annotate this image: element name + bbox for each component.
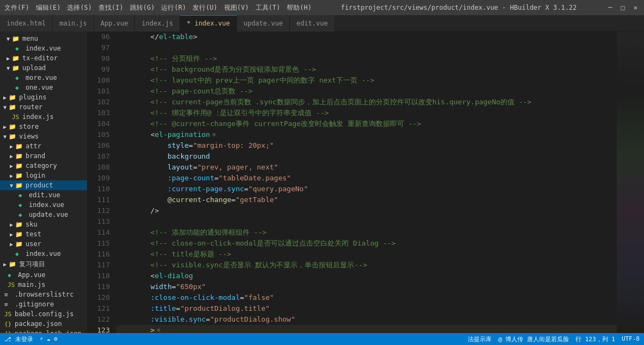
sidebar-item-gitignore[interactable]: ≡ .gitignore xyxy=(0,299,87,309)
menu-help[interactable]: 帮助(H) xyxy=(287,3,312,12)
sidebar-item-user[interactable]: ▶ 📁 user xyxy=(0,239,87,249)
line-num-118: 118 xyxy=(87,271,110,281)
sidebar-label: main.js xyxy=(18,281,46,288)
menu-bar-items[interactable]: 文件(F) 编辑(E) 选择(S) 查找(I) 跳转(G) 运行(R) 发行(U… xyxy=(4,3,312,12)
code-line-101: <!-- page-count总页数 --> xyxy=(116,86,617,97)
vue-file-icon: ◆ xyxy=(8,272,16,279)
line-num-114: 114 xyxy=(87,227,110,238)
sidebar-item-tx-editor[interactable]: ▶ 📁 tx-editor xyxy=(0,53,87,63)
tab-app-vue[interactable]: App.vue xyxy=(94,15,135,32)
sidebar-label: babel.config.js xyxy=(15,310,73,318)
sidebar-item-more-vue[interactable]: ◆ more.vue xyxy=(0,73,87,83)
sidebar-label: .gitignore xyxy=(15,300,54,308)
folder-icon: 📁 xyxy=(15,241,24,248)
window-controls[interactable]: ─ □ ✕ xyxy=(606,4,640,11)
minimap-visual xyxy=(617,32,644,333)
tab-update-vue[interactable]: update.vue xyxy=(237,15,290,32)
tab-main-js[interactable]: main.js xyxy=(53,15,94,32)
code-line-116: <!-- title是标题 --> xyxy=(116,249,617,260)
menu-select[interactable]: 选择(S) xyxy=(67,3,92,12)
tab-index-html[interactable]: index.html xyxy=(0,15,53,32)
code-lines[interactable]: </el-table> <!-- 分页组件 --> <!-- backgroun… xyxy=(114,32,617,333)
sidebar-label: tx-editor xyxy=(22,54,58,62)
sidebar-item-update-vue[interactable]: ◆ update.vue xyxy=(0,210,87,219)
folder-icon: 📁 xyxy=(15,153,24,160)
sidebar-item-router-index[interactable]: JS index.js xyxy=(0,112,87,122)
menu-goto[interactable]: 跳转(G) xyxy=(130,3,155,12)
menu-file[interactable]: 文件(F) xyxy=(4,3,29,12)
code-line-107: background xyxy=(116,151,617,162)
sidebar-item-edit-vue[interactable]: ◆ edit.vue xyxy=(0,190,87,200)
sidebar-item-babel-config[interactable]: JS babel.config.js xyxy=(0,309,87,319)
sidebar-item-upload[interactable]: ▼ 📁 upload xyxy=(0,63,87,73)
sidebar-item-store[interactable]: ▶ 📁 store xyxy=(0,122,87,131)
title-bar: 文件(F) 编辑(E) 选择(S) 查找(I) 跳转(G) 运行(R) 发行(U… xyxy=(0,0,644,15)
folder-icon: 📁 xyxy=(9,123,17,130)
line-num-97: 97 xyxy=(87,42,110,53)
status-hint: 法提示库 xyxy=(468,335,492,343)
arrow-icon: ▶ xyxy=(1,124,9,130)
sidebar-label: edit.vue xyxy=(29,191,60,199)
menu-find[interactable]: 查找(I) xyxy=(98,3,123,12)
line-num-103: 103 xyxy=(87,108,110,118)
sidebar-label: attr xyxy=(26,142,41,150)
sidebar-item-login[interactable]: ▶ 📁 login xyxy=(0,171,87,180)
sidebar-item-package-lock[interactable]: {} package-lock.json xyxy=(0,329,87,333)
sidebar-item-test[interactable]: ▶ 📁 test xyxy=(0,229,87,239)
git-branch: ⎇ 未登录 xyxy=(4,335,33,343)
folder-icon: 📁 xyxy=(15,162,24,170)
code-line-100: <!-- layout中的 prev上一页 pager中间的数字 next下一页… xyxy=(116,75,617,86)
code-line-123: > ⊕ xyxy=(116,325,617,333)
tab-index-js[interactable]: index.js xyxy=(135,15,180,32)
tab-index-vue-active[interactable]: * index.vue xyxy=(180,15,237,32)
line-num-115: 115 xyxy=(87,238,110,249)
code-line-102: <!-- current-page当前页数 .sync数据同步，加上后点击页面上… xyxy=(116,97,617,108)
sidebar-item-category[interactable]: ▶ 📁 category xyxy=(0,161,87,171)
code-content: 96 97 98 99 100 101 102 103 104 105 106 … xyxy=(87,32,644,333)
folder-icon: 📁 xyxy=(15,231,24,238)
sidebar-item-index-vue-product[interactable]: ◆ index.vue xyxy=(0,200,87,210)
sidebar-label: plugins xyxy=(19,93,47,101)
line-num-109: 109 xyxy=(87,173,110,184)
sidebar-item-brand[interactable]: ▶ 📁 brand xyxy=(0,151,87,161)
tab-edit-vue[interactable]: edit.vue xyxy=(290,15,335,32)
line-num-122: 122 xyxy=(87,314,110,325)
code-line-113 xyxy=(116,216,617,227)
arrow-icon: ▼ xyxy=(1,134,9,140)
code-editor[interactable]: 96 97 98 99 100 101 102 103 104 105 106 … xyxy=(87,32,644,333)
sidebar-item-one-vue[interactable]: ◆ one.vue xyxy=(0,83,87,92)
folder-icon: 📁 xyxy=(15,143,24,150)
file-icon: ≡ xyxy=(4,301,13,308)
code-line-110: :current-page.sync="query.pageNo" xyxy=(116,184,617,195)
menu-edit[interactable]: 编辑(E) xyxy=(36,3,61,12)
sidebar-item-sku[interactable]: ▶ 📁 sku xyxy=(0,219,87,229)
sidebar-item-views[interactable]: ▼ 📁 views xyxy=(0,131,87,141)
folder-icon: 📁 xyxy=(9,104,17,111)
sidebar-item-review[interactable]: ▶ 📁 复习项目 xyxy=(0,259,87,270)
sidebar-item-package-json[interactable]: {} package.json xyxy=(0,319,87,329)
menu-tools[interactable]: 工具(T) xyxy=(256,3,281,12)
line-num-117: 117 xyxy=(87,260,110,271)
line-num-120: 120 xyxy=(87,292,110,303)
sidebar-label: store xyxy=(19,123,39,130)
minimize-button[interactable]: ─ xyxy=(606,4,614,11)
sidebar-item-user-index[interactable]: ◆ index.vue xyxy=(0,249,87,259)
sidebar-item-router[interactable]: ▼ 📁 router xyxy=(0,102,87,112)
sidebar-item-menu[interactable]: ▼ 📁 menu xyxy=(0,34,87,43)
sidebar-item-index-vue-menu[interactable]: ◆ index.vue xyxy=(0,43,87,53)
sidebar-item-app-vue[interactable]: ◆ App.vue xyxy=(0,270,87,280)
sidebar-item-plugins[interactable]: ▶ 📁 plugins xyxy=(0,92,87,102)
close-button[interactable]: ✕ xyxy=(631,4,640,11)
line-num-119: 119 xyxy=(87,281,110,292)
arrow-icon: ▼ xyxy=(1,104,9,110)
maximize-button[interactable]: □ xyxy=(619,4,627,11)
sidebar-item-main-js[interactable]: JS main.js xyxy=(0,280,87,290)
sidebar-item-browserslistrc[interactable]: ≡ .browserslistrc xyxy=(0,290,87,299)
arrow-icon: ▶ xyxy=(8,163,15,169)
sidebar-item-product[interactable]: ▼ 📁 product xyxy=(0,180,87,190)
menu-run[interactable]: 运行(R) xyxy=(161,3,186,12)
menu-view[interactable]: 视图(V) xyxy=(224,3,249,12)
sidebar-item-attr[interactable]: ▶ 📁 attr xyxy=(0,141,87,151)
menu-publish[interactable]: 发行(U) xyxy=(193,3,218,12)
vue-file-icon: ◆ xyxy=(18,192,27,199)
